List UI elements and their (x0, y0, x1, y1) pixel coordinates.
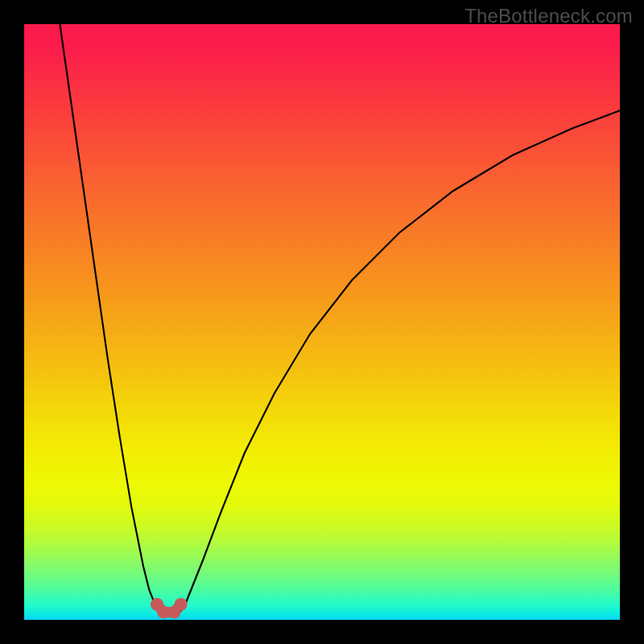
curve-layer (24, 24, 620, 620)
left-branch-curve (60, 24, 161, 613)
plot-area (24, 24, 620, 620)
watermark-text: TheBottleneck.com (464, 5, 633, 27)
chart-frame: TheBottleneck.com (0, 0, 644, 644)
trough-marker (175, 598, 188, 611)
right-branch-curve (179, 110, 620, 613)
